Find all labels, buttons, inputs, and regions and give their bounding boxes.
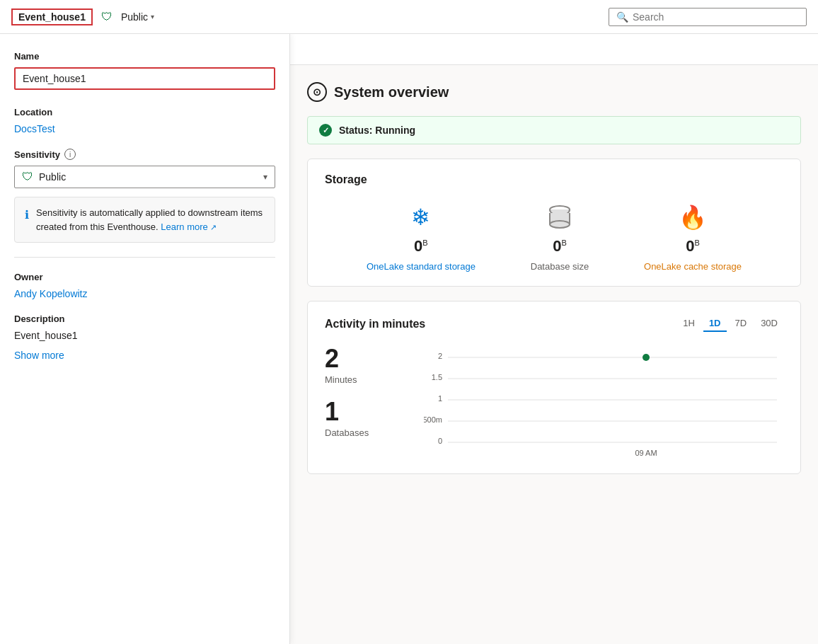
svg-text:1.5: 1.5 [432,373,442,381]
svg-text:0: 0 [438,437,442,445]
activity-chart: 2 1.5 1 500m 0 [424,346,783,459]
minutes-stat: 2 Minutes [325,346,410,385]
overview-icon: ⊙ [307,82,327,102]
activity-header: Activity in minutes 1H 1D 7D 30D [325,316,783,332]
sensitivity-dropdown[interactable]: 🛡 Public ▾ [14,166,275,188]
sensitivity-dropdown-value: Public [39,171,66,183]
time-tab-1d[interactable]: 1D [703,316,727,332]
sensitivity-info-box: ℹ Sensitivity is automatically applied t… [14,197,275,243]
database-size-label: Database size [531,261,589,272]
chevron-down-icon: ▾ [151,13,154,21]
chart-svg: 2 1.5 1 500m 0 [424,346,783,459]
learn-more-link[interactable]: Learn more ↗ [161,222,217,232]
databases-value: 1 [325,399,410,425]
svg-text:2: 2 [438,352,442,360]
show-more-button[interactable]: Show more [14,350,64,361]
svg-point-2 [550,221,570,228]
info-circle-icon: ℹ [25,207,29,234]
top-bar: Event_house1 🛡 Public ▾ 🔍 [0,0,818,34]
onelake-standard-label: OneLake standard storage [367,261,476,272]
storage-title: Storage [325,173,783,186]
page-title[interactable]: Event_house1 [11,8,93,25]
search-input[interactable] [633,11,799,23]
onelake-cache-label: OneLake cache storage [644,261,742,272]
location-field-label: Location [14,107,275,117]
activity-stats: 2 Minutes 1 Databases [325,346,410,459]
database-size-value: 0B [553,237,567,255]
minutes-value: 2 [325,346,410,372]
databases-label: Databases [325,427,410,438]
tab-bar [290,34,818,65]
sensitivity-field-label: Sensitivity [14,149,60,160]
search-icon: 🔍 [616,11,628,23]
time-tabs: 1H 1D 7D 30D [677,316,783,332]
chart-data-dot [643,354,650,361]
onelake-cache-value: 0B [686,237,700,255]
sensitivity-dropdown-left: 🛡 Public [22,171,66,183]
owner-field-label: Owner [14,272,275,282]
name-field-label: Name [14,51,275,62]
left-panel: Name Location DocsTest Sensitivity i 🛡 P… [0,34,290,644]
sensitivity-toggle[interactable]: Public ▾ [121,11,154,23]
fire-icon: 🔥 [679,203,707,231]
activity-content: 2 Minutes 1 Databases 2 1.5 [325,346,783,459]
status-bar: Status: Running [307,116,801,144]
right-panel: ⊙ System overview Status: Running Storag… [290,34,818,644]
external-link-icon: ↗ [210,223,217,231]
description-value: Event_house1 [14,330,275,341]
status-dot-icon [319,124,332,137]
database-icon [549,203,570,231]
time-tab-30d[interactable]: 30D [755,316,783,332]
search-box[interactable]: 🔍 [609,8,807,26]
onelake-standard-metric: ❄ 0B OneLake standard storage [367,203,476,272]
owner-value[interactable]: Andy Kopelowitz [14,288,275,299]
onelake-standard-value: 0B [414,237,428,255]
chevron-down-icon: ▾ [263,172,267,182]
shield-green-icon: 🛡 [22,171,33,183]
minutes-label: Minutes [325,374,410,385]
svg-text:500m: 500m [424,415,442,424]
onelake-cache-metric: 🔥 0B OneLake cache storage [644,203,742,272]
time-tab-7d[interactable]: 7D [730,316,753,332]
shield-icon: 🛡 [100,10,114,24]
storage-metrics: ❄ 0B OneLake standard storage [325,203,783,272]
time-tab-1h[interactable]: 1H [677,316,701,332]
activity-title: Activity in minutes [325,318,425,330]
description-field-label: Description [14,314,275,324]
databases-stat: 1 Databases [325,399,410,438]
divider [14,257,275,258]
svg-text:1: 1 [438,394,442,403]
svg-text:09 AM: 09 AM [635,449,657,457]
info-box-text: Sensitivity is automatically applied to … [36,206,265,234]
system-overview-section: ⊙ System overview Status: Running Storag… [290,65,818,474]
storage-card: Storage ❄ 0B OneLake standard storage [307,159,801,287]
sensitivity-label-text: Public [121,11,148,23]
section-title: ⊙ System overview [307,82,801,102]
status-label: Status: Running [339,125,415,136]
location-value[interactable]: DocsTest [14,123,275,134]
name-input[interactable] [14,67,275,90]
main-layout: Name Location DocsTest Sensitivity i 🛡 P… [0,34,818,644]
sensitivity-info-icon[interactable]: i [64,149,76,160]
database-size-metric: 0B Database size [531,203,589,272]
activity-card: Activity in minutes 1H 1D 7D 30D 2 Minut… [307,301,801,474]
snowflake-icon: ❄ [411,203,430,231]
